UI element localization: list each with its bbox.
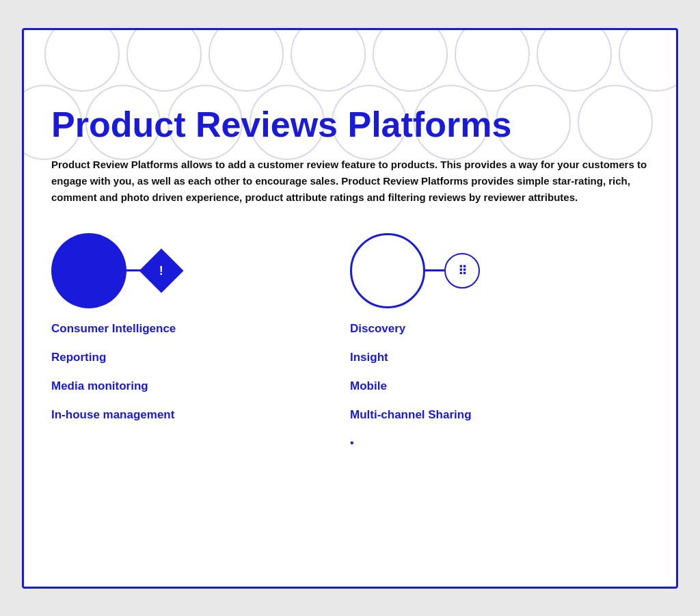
right-diagram: ⠿	[350, 233, 635, 308]
list-item: Multi-channel Sharing	[350, 408, 635, 422]
left-feature-list: Consumer Intelligence Reporting Media mo…	[51, 322, 336, 422]
large-outline-circle	[350, 233, 425, 308]
large-filled-circle	[51, 233, 126, 308]
list-item: Mobile	[350, 379, 635, 393]
right-feature-list: Discovery Insight Mobile Multi-channel S…	[350, 322, 635, 422]
dot-bullet	[350, 437, 635, 449]
page-description: Product Review Platforms allows to add a…	[51, 157, 649, 206]
left-feature-column: Consumer Intelligence Reporting Media mo…	[51, 233, 350, 449]
card-content: Product Reviews Platforms Product Review…	[51, 105, 649, 449]
small-dots-circle: ⠿	[444, 253, 480, 289]
list-item: Consumer Intelligence	[51, 322, 336, 336]
list-item: Media monitoring	[51, 379, 336, 393]
page-title: Product Reviews Platforms	[51, 105, 649, 144]
list-item: Insight	[350, 351, 635, 364]
right-feature-column: ⠿ Discovery Insight Mobile Multi-channel…	[350, 233, 649, 449]
list-item: Discovery	[350, 322, 635, 336]
dots-icon: ⠿	[458, 263, 466, 278]
diamond-icon	[139, 248, 183, 293]
main-card: Product Reviews Platforms Product Review…	[22, 28, 678, 589]
left-diagram	[51, 233, 336, 308]
features-grid: Consumer Intelligence Reporting Media mo…	[51, 233, 649, 449]
right-connector	[425, 269, 444, 271]
list-item: Reporting	[51, 351, 336, 364]
list-item: In-house management	[51, 408, 336, 422]
